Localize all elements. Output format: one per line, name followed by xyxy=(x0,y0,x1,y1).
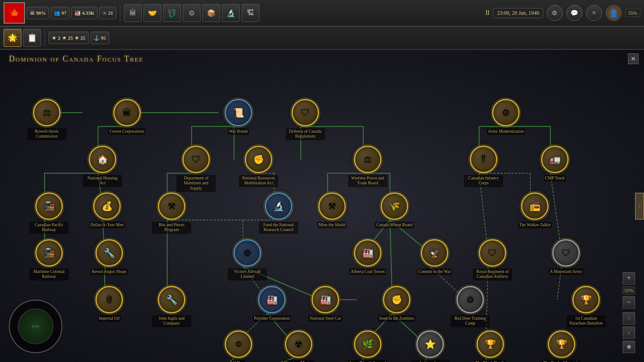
stability-icon: 🏛 xyxy=(30,10,35,16)
focus-label-cdn_pacific: Canadian Pacific Railway xyxy=(29,222,69,234)
focus-node-dept_munitions[interactable]: 🛡 Department of Munitions and Supply xyxy=(176,146,216,192)
focus-icon-long_branch: 🌿 xyxy=(354,330,381,358)
factories-stat: 🏭 4.33K xyxy=(71,7,98,19)
focus-node-red_deer[interactable]: ⚙ Red Deer Training Camp xyxy=(450,286,490,327)
speed-indicator: II xyxy=(485,9,489,16)
focus-label-retool_angus: Retool Angus Shops xyxy=(90,268,128,275)
focus-node-if_day[interactable]: ✡ If Day xyxy=(218,330,258,362)
tree-title: Dominion of Canada Focus Tree xyxy=(9,54,144,64)
focus-node-war_bonds[interactable]: 📜 War Bonds xyxy=(218,99,258,135)
menu-btn[interactable]: ≡ xyxy=(586,5,602,21)
focus-node-send_zombies[interactable]: ✊ Send in the Zombies xyxy=(377,286,417,322)
focus-node-long_branch[interactable]: 🌿 Long Branch Arsenal xyxy=(348,330,388,362)
focus-label-war_bonds: War Bonds xyxy=(228,128,249,135)
focus-node-wheat_board[interactable]: 🌾 Canada Wheat Board xyxy=(374,192,414,228)
settings-btn[interactable]: ⚙ xyxy=(547,5,563,21)
focus-label-commit_war: Commit to the War xyxy=(417,268,452,275)
politics-btn[interactable]: 🏛 xyxy=(124,4,142,22)
focus-label-maritime_rail: Maritime Colonial Railway xyxy=(29,268,69,281)
focus-node-polymer_corp[interactable]: 🏭 Polymer Corporation xyxy=(252,286,292,322)
focus-node-rocky_rangers[interactable]: 🏆 The Rocky Mountain Rangers xyxy=(541,330,582,362)
focus-label-rocky_rangers: The Rocky Mountain Rangers xyxy=(542,360,581,362)
focus-node-cdn_infantry[interactable]: 🎖 Canadian Infantry Corps xyxy=(464,146,504,187)
infantry-icon: ⚔ xyxy=(103,10,107,16)
focus-node-rowell_sirois[interactable]: ⚖ Rowell-Sirois Commission xyxy=(27,99,67,140)
logistics-btn[interactable]: 📦 xyxy=(202,4,220,22)
focus-node-indep_command[interactable]: ⭐ Independent Command xyxy=(410,330,450,362)
focus-icon-dept_munitions: 🛡 xyxy=(182,146,210,173)
decisions-btn[interactable]: 📋 xyxy=(23,29,41,47)
focus-node-crown_corps[interactable]: 🏛 Crown Corporations xyxy=(107,99,147,135)
zoom-level: 55% xyxy=(623,286,635,294)
zoom-in-button[interactable]: + xyxy=(623,272,635,285)
focus-node-imperial_oil[interactable]: 🛢 Imperial Oil xyxy=(89,286,129,322)
move-down-button[interactable]: ↓ xyxy=(623,326,635,339)
stars-left-value: 2 xyxy=(58,35,61,41)
focus-node-nat_housing[interactable]: 🏠 National Housing Act xyxy=(82,146,123,187)
focus-label-cdn_infantry: Canadian Infantry Corps xyxy=(464,175,503,187)
focus-node-fund_research[interactable]: 🔬 Fund the National Research Council xyxy=(258,192,299,234)
focus-node-nat_steel[interactable]: 🏭 National Steel Car xyxy=(305,286,345,322)
focus-icon-alberta_coal: 🏭 xyxy=(354,239,381,267)
manpower-icon: 👥 xyxy=(54,10,60,16)
scroll-right-indicator[interactable]: › xyxy=(635,193,644,220)
focus-node-cmp_truck[interactable]: 🚛 CMP Truck xyxy=(535,146,575,182)
infantry-value: 21 xyxy=(108,10,113,16)
second-bar: 🌟 📋 ★ 2 ★ 25 ★ 25 ⚓ 95 xyxy=(0,27,644,50)
focus-label-cmp_truck: CMP Truck xyxy=(544,175,566,182)
focus-node-nat_resources[interactable]: ✊ National Resources Mobilization Act xyxy=(238,146,279,187)
chat-btn[interactable]: 💬 xyxy=(566,5,582,21)
trade-btn[interactable]: 💱 xyxy=(163,4,181,22)
focus-node-victory_aircraft[interactable]: ⚙ Victory Aircraft Limited xyxy=(227,239,267,281)
focus-node-alberta_coal[interactable]: 🏭 Alberta Coal Towns xyxy=(348,239,388,275)
manpower-value: 97 xyxy=(62,10,66,16)
focus-label-army_modern: Army Modernization xyxy=(487,128,525,135)
diplomacy-btn[interactable]: 🤝 xyxy=(144,4,161,22)
focus-tree-btn[interactable]: 🌟 xyxy=(4,29,21,47)
focus-label-red_deer: Red Deer Training Camp xyxy=(451,315,490,327)
focus-icon-cdn_infantry: 🎖 xyxy=(470,146,497,173)
country-flag[interactable]: 🍁 xyxy=(4,2,25,24)
center-button[interactable]: ⊕ xyxy=(623,341,635,353)
general-stars: ★ 2 ★ 25 ★ 25 xyxy=(49,32,89,44)
focus-node-commit_war[interactable]: 🦅 Commit to the War xyxy=(414,239,455,275)
stars-mid1-value: 25 xyxy=(68,35,73,41)
focus-node-mine_shield[interactable]: ⚒ Mine the Shield xyxy=(312,192,352,228)
focus-label-imperial_oil: Imperial Oil xyxy=(98,315,121,322)
focus-node-defence_regs[interactable]: 🛡 Defence of Canada Regulations xyxy=(285,99,325,140)
focus-label-defence_regs: Defence of Canada Regulations xyxy=(286,128,325,140)
focus-node-uranium_mining[interactable]: ☢ Uranium Mining xyxy=(279,330,319,362)
close-button[interactable]: ✕ xyxy=(628,53,639,64)
focus-node-bits_pieces[interactable]: ⚒ Bits and Pieces Program xyxy=(152,192,192,234)
production-btn[interactable]: ⚙ xyxy=(183,4,201,22)
technology-btn[interactable]: 🔬 xyxy=(222,4,240,22)
focus-node-cdn_parachute[interactable]: 🏆 1st Canadian Parachute Battalion xyxy=(566,286,606,327)
mini-map[interactable]: MAP xyxy=(9,300,62,353)
focus-node-army_modern[interactable]: ⚙ Army Modernization xyxy=(486,99,526,135)
focus-node-retool_angus[interactable]: 🔧 Retool Angus Shops xyxy=(89,239,129,275)
focus-node-maritime_rail[interactable]: 🚂 Maritime Colonial Railway xyxy=(29,239,69,281)
move-up-button[interactable]: ↑ xyxy=(623,312,635,325)
focus-node-motorized_army[interactable]: 🛡 A Motorized Army xyxy=(546,239,586,275)
focus-node-walkie_talkie[interactable]: 📻 The Walkie-Talkie xyxy=(515,192,555,228)
focus-node-dollar_men[interactable]: 💰 Dollar-A-Year Men xyxy=(87,192,127,228)
focus-icon-victory_aircraft: ⚙ xyxy=(234,239,261,267)
focus-node-cdn_pacific[interactable]: 🚂 Canadian Pacific Railway xyxy=(29,192,69,234)
focus-label-victory_aircraft: Victory Aircraft Limited xyxy=(228,268,267,281)
focus-node-black_devils[interactable]: 🏆 The Black Devils xyxy=(470,330,510,362)
zoom-out-button[interactable]: − xyxy=(623,296,635,309)
focus-label-rowell_sirois: Rowell-Sirois Commission xyxy=(27,128,66,140)
focus-node-wartime_prices[interactable]: ⚖ Wartime Prices and Trade Board xyxy=(348,146,388,187)
focus-icon-maritime_rail: 🚂 xyxy=(35,239,63,267)
focus-node-john_inglis[interactable]: 🔧 John Inglis and Company xyxy=(152,286,192,327)
focus-label-mine_shield: Mine the Shield xyxy=(317,222,347,228)
focus-node-royal_regiment[interactable]: 🛡 Royal Regiment of Canadian Artillery xyxy=(472,239,513,281)
focus-icon-black_devils: 🏆 xyxy=(476,330,504,358)
focus-icon-cdn_parachute: 🏆 xyxy=(572,286,600,313)
focus-icon-war_bonds: 📜 xyxy=(225,99,252,126)
focus-icon-mine_shield: ⚒ xyxy=(318,192,346,220)
avatar[interactable]: 👤 xyxy=(606,5,622,21)
focus-label-fund_research: Fund the National Research Council xyxy=(259,222,298,234)
construction-btn[interactable]: 🏗 xyxy=(242,4,259,22)
focus-label-black_devils: The Black Devils xyxy=(474,360,506,362)
